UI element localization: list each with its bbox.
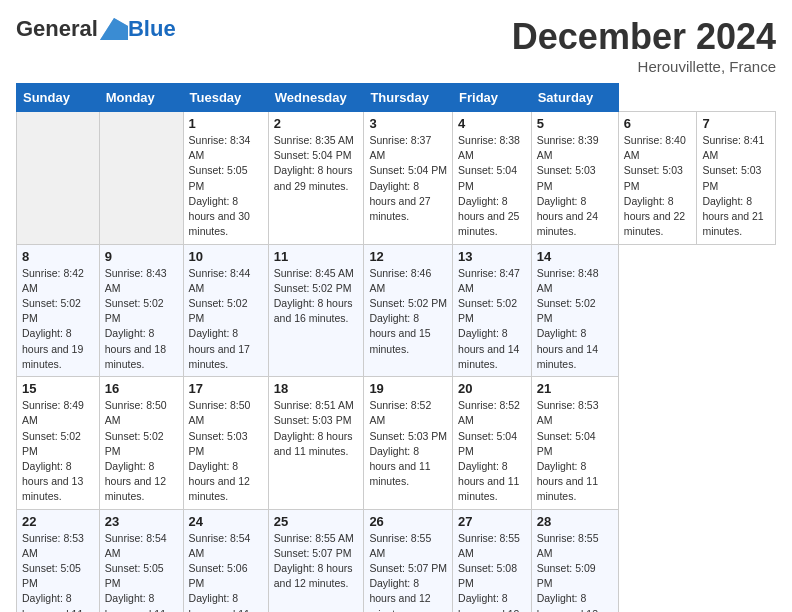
calendar-cell: 17Sunrise: 8:50 AMSunset: 5:03 PMDayligh… [183,377,268,510]
day-info: Sunrise: 8:42 AMSunset: 5:02 PMDaylight:… [22,266,94,373]
day-number: 26 [369,514,447,529]
calendar-table: SundayMondayTuesdayWednesdayThursdayFrid… [16,83,776,612]
calendar-cell: 20Sunrise: 8:52 AMSunset: 5:04 PMDayligh… [453,377,532,510]
month-title: December 2024 [512,16,776,58]
day-number: 5 [537,116,613,131]
calendar-cell: 19Sunrise: 8:52 AMSunset: 5:03 PMDayligh… [364,377,453,510]
calendar-cell: 2Sunrise: 8:35 AMSunset: 5:04 PMDaylight… [268,112,364,245]
day-info: Sunrise: 8:48 AMSunset: 5:02 PMDaylight:… [537,266,613,373]
calendar-cell: 18Sunrise: 8:51 AMSunset: 5:03 PMDayligh… [268,377,364,510]
day-number: 28 [537,514,613,529]
day-number: 18 [274,381,359,396]
day-info: Sunrise: 8:55 AMSunset: 5:07 PMDaylight:… [369,531,447,612]
day-header-sunday: Sunday [17,84,100,112]
calendar-cell: 24Sunrise: 8:54 AMSunset: 5:06 PMDayligh… [183,509,268,612]
day-header-tuesday: Tuesday [183,84,268,112]
calendar-cell: 27Sunrise: 8:55 AMSunset: 5:08 PMDayligh… [453,509,532,612]
day-number: 16 [105,381,178,396]
calendar-cell: 23Sunrise: 8:54 AMSunset: 5:05 PMDayligh… [99,509,183,612]
day-header-wednesday: Wednesday [268,84,364,112]
day-number: 15 [22,381,94,396]
day-number: 3 [369,116,447,131]
empty-cell [99,112,183,245]
day-number: 8 [22,249,94,264]
calendar-cell: 16Sunrise: 8:50 AMSunset: 5:02 PMDayligh… [99,377,183,510]
logo: General Blue [16,16,176,42]
day-number: 2 [274,116,359,131]
day-info: Sunrise: 8:38 AMSunset: 5:04 PMDaylight:… [458,133,526,240]
day-info: Sunrise: 8:50 AMSunset: 5:03 PMDaylight:… [189,398,263,505]
day-info: Sunrise: 8:52 AMSunset: 5:03 PMDaylight:… [369,398,447,489]
day-info: Sunrise: 8:49 AMSunset: 5:02 PMDaylight:… [22,398,94,505]
svg-marker-1 [100,18,128,40]
day-info: Sunrise: 8:53 AMSunset: 5:04 PMDaylight:… [537,398,613,505]
calendar-cell: 6Sunrise: 8:40 AMSunset: 5:03 PMDaylight… [618,112,697,245]
day-info: Sunrise: 8:40 AMSunset: 5:03 PMDaylight:… [624,133,692,240]
page-header: General Blue December 2024 Herouvillette… [16,16,776,75]
day-number: 6 [624,116,692,131]
day-number: 23 [105,514,178,529]
calendar-cell: 4Sunrise: 8:38 AMSunset: 5:04 PMDaylight… [453,112,532,245]
day-info: Sunrise: 8:39 AMSunset: 5:03 PMDaylight:… [537,133,613,240]
calendar-cell: 5Sunrise: 8:39 AMSunset: 5:03 PMDaylight… [531,112,618,245]
logo-icon [100,18,128,40]
day-header-friday: Friday [453,84,532,112]
day-info: Sunrise: 8:55 AMSunset: 5:09 PMDaylight:… [537,531,613,612]
day-number: 25 [274,514,359,529]
day-info: Sunrise: 8:41 AMSunset: 5:03 PMDaylight:… [702,133,770,240]
day-number: 4 [458,116,526,131]
day-header-thursday: Thursday [364,84,453,112]
day-number: 12 [369,249,447,264]
calendar-cell: 9Sunrise: 8:43 AMSunset: 5:02 PMDaylight… [99,244,183,377]
calendar-cell: 11Sunrise: 8:45 AMSunset: 5:02 PMDayligh… [268,244,364,377]
day-info: Sunrise: 8:51 AMSunset: 5:03 PMDaylight:… [274,398,359,459]
day-info: Sunrise: 8:55 AMSunset: 5:08 PMDaylight:… [458,531,526,612]
title-block: December 2024 Herouvillette, France [512,16,776,75]
day-number: 9 [105,249,178,264]
day-number: 20 [458,381,526,396]
day-header-saturday: Saturday [531,84,618,112]
day-number: 1 [189,116,263,131]
day-info: Sunrise: 8:47 AMSunset: 5:02 PMDaylight:… [458,266,526,373]
day-info: Sunrise: 8:43 AMSunset: 5:02 PMDaylight:… [105,266,178,373]
location: Herouvillette, France [512,58,776,75]
day-number: 21 [537,381,613,396]
calendar-cell: 12Sunrise: 8:46 AMSunset: 5:02 PMDayligh… [364,244,453,377]
day-number: 10 [189,249,263,264]
day-number: 19 [369,381,447,396]
day-number: 17 [189,381,263,396]
calendar-cell: 8Sunrise: 8:42 AMSunset: 5:02 PMDaylight… [17,244,100,377]
day-number: 22 [22,514,94,529]
empty-cell [17,112,100,245]
day-info: Sunrise: 8:50 AMSunset: 5:02 PMDaylight:… [105,398,178,505]
logo-general-text: General [16,16,98,42]
day-info: Sunrise: 8:46 AMSunset: 5:02 PMDaylight:… [369,266,447,357]
day-info: Sunrise: 8:54 AMSunset: 5:06 PMDaylight:… [189,531,263,612]
day-info: Sunrise: 8:35 AMSunset: 5:04 PMDaylight:… [274,133,359,194]
day-info: Sunrise: 8:34 AMSunset: 5:05 PMDaylight:… [189,133,263,240]
logo-blue-text: Blue [128,16,176,42]
calendar-cell: 15Sunrise: 8:49 AMSunset: 5:02 PMDayligh… [17,377,100,510]
day-number: 27 [458,514,526,529]
calendar-cell: 1Sunrise: 8:34 AMSunset: 5:05 PMDaylight… [183,112,268,245]
calendar-cell: 13Sunrise: 8:47 AMSunset: 5:02 PMDayligh… [453,244,532,377]
day-info: Sunrise: 8:44 AMSunset: 5:02 PMDaylight:… [189,266,263,373]
day-info: Sunrise: 8:37 AMSunset: 5:04 PMDaylight:… [369,133,447,224]
day-number: 14 [537,249,613,264]
calendar-cell: 21Sunrise: 8:53 AMSunset: 5:04 PMDayligh… [531,377,618,510]
day-info: Sunrise: 8:52 AMSunset: 5:04 PMDaylight:… [458,398,526,505]
calendar-cell: 10Sunrise: 8:44 AMSunset: 5:02 PMDayligh… [183,244,268,377]
day-number: 24 [189,514,263,529]
calendar-cell: 25Sunrise: 8:55 AMSunset: 5:07 PMDayligh… [268,509,364,612]
day-info: Sunrise: 8:55 AMSunset: 5:07 PMDaylight:… [274,531,359,592]
day-info: Sunrise: 8:54 AMSunset: 5:05 PMDaylight:… [105,531,178,612]
day-number: 13 [458,249,526,264]
calendar-cell: 26Sunrise: 8:55 AMSunset: 5:07 PMDayligh… [364,509,453,612]
calendar-cell: 7Sunrise: 8:41 AMSunset: 5:03 PMDaylight… [697,112,776,245]
calendar-cell: 22Sunrise: 8:53 AMSunset: 5:05 PMDayligh… [17,509,100,612]
day-header-monday: Monday [99,84,183,112]
day-number: 11 [274,249,359,264]
day-info: Sunrise: 8:45 AMSunset: 5:02 PMDaylight:… [274,266,359,327]
day-number: 7 [702,116,770,131]
calendar-cell: 14Sunrise: 8:48 AMSunset: 5:02 PMDayligh… [531,244,618,377]
